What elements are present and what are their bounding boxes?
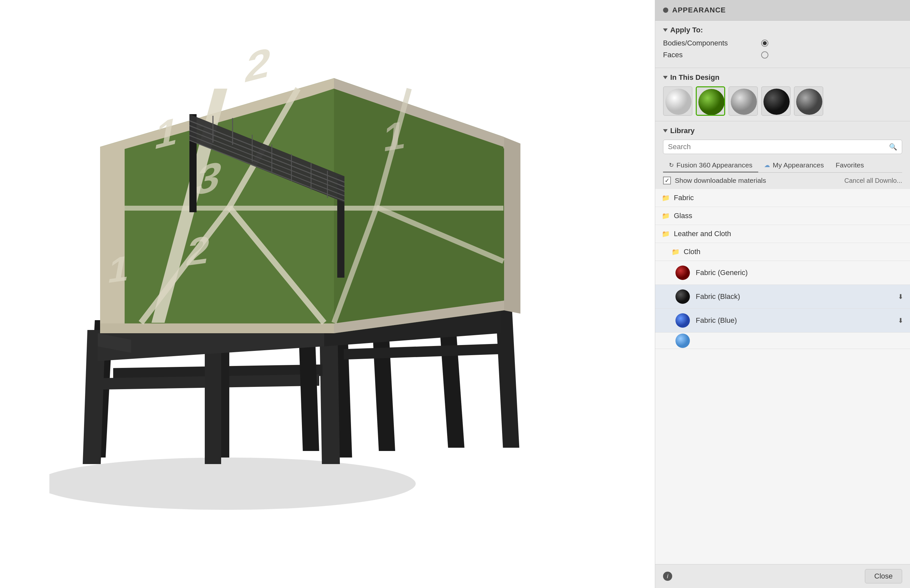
folder-leather-cloth-icon: 📁 <box>662 230 670 238</box>
material-thumb-3[interactable] <box>729 86 758 116</box>
tab-favorites[interactable]: Favorites <box>830 158 870 172</box>
library-label: Library <box>670 126 695 135</box>
tab-myappearances-label: My Appearances <box>773 161 824 169</box>
material-thumb-1[interactable] <box>663 86 692 116</box>
cloud-icon: ☁ <box>764 162 770 169</box>
search-icon: 🔍 <box>889 143 897 151</box>
folder-leather-cloth-label: Leather and Cloth <box>674 229 731 238</box>
material-fabric-light-blue[interactable] <box>655 333 910 349</box>
right-panel: APPEARANCE Apply To: Bodies/Components F… <box>655 0 910 588</box>
tab-myappearances[interactable]: ☁ My Appearances <box>758 158 829 172</box>
svg-point-59 <box>763 89 790 115</box>
panel-header: APPEARANCE <box>655 0 910 21</box>
material-fabric-light-blue-sphere <box>675 333 690 349</box>
panel-footer: i Close <box>655 564 910 588</box>
material-fabric-blue-label: Fabric (Blue) <box>696 316 737 325</box>
apply-to-bodies-row: Bodies/Components <box>663 39 902 47</box>
in-this-design-header: In This Design <box>663 73 902 82</box>
search-bar: 🔍 <box>663 140 902 154</box>
apply-to-section: Apply To: Bodies/Components Faces <box>655 21 910 68</box>
info-icon[interactable]: i <box>663 572 672 581</box>
in-this-design-collapse-icon[interactable] <box>663 76 668 79</box>
svg-marker-22 <box>504 137 520 313</box>
table-3d-view: 1 2 1 1 2 3 <box>49 32 606 556</box>
material-fabric-blue-sphere <box>675 313 690 328</box>
material-fabric-blue-download-icon[interactable]: ⬇ <box>898 317 904 325</box>
search-input[interactable] <box>668 142 889 151</box>
svg-marker-28 <box>124 206 503 211</box>
subfolder-cloth-label: Cloth <box>684 247 700 256</box>
material-list: 📁 Fabric 📁 Glass 📁 Leather and Cloth 📁 C… <box>655 189 910 564</box>
svg-point-63 <box>676 313 690 328</box>
apply-to-label: Apply To: <box>670 26 703 34</box>
library-header: Library <box>663 126 902 135</box>
material-fabric-black-sphere <box>675 289 690 304</box>
tab-fusion360-label: Fusion 360 Appearances <box>676 161 752 169</box>
svg-rect-13 <box>344 344 501 360</box>
material-thumb-2[interactable] <box>696 86 725 116</box>
material-fabric-generic-label: Fabric (Generic) <box>696 268 748 277</box>
svg-marker-19 <box>100 147 124 331</box>
svg-point-60 <box>796 89 822 115</box>
material-fabric-generic[interactable]: Fabric (Generic) <box>655 261 910 285</box>
library-controls: Library 🔍 ↻ Fusion 360 Appearances ☁ My … <box>655 121 910 189</box>
svg-text:2: 2 <box>242 38 275 92</box>
library-collapse-icon[interactable] <box>663 129 668 132</box>
bodies-radio[interactable] <box>761 40 768 47</box>
subfolder-cloth-icon: 📁 <box>672 248 680 256</box>
svg-point-61 <box>676 265 690 280</box>
material-thumb-5[interactable] <box>794 86 823 116</box>
svg-point-56 <box>665 89 692 115</box>
material-fabric-black-label: Fabric (Black) <box>696 292 740 301</box>
svg-point-58 <box>731 89 757 115</box>
folder-glass-label: Glass <box>674 212 692 220</box>
panel-title: APPEARANCE <box>672 6 726 15</box>
in-this-design-label: In This Design <box>670 73 719 82</box>
show-downloadable-checkbox[interactable] <box>663 177 671 184</box>
cancel-download-link[interactable]: Cancel all Downlo... <box>844 177 902 184</box>
tab-fusion360[interactable]: ↻ Fusion 360 Appearances <box>663 158 758 172</box>
faces-radio[interactable] <box>761 51 768 58</box>
folder-glass[interactable]: 📁 Glass <box>655 207 910 225</box>
material-fabric-black-download-icon[interactable]: ⬇ <box>898 293 904 300</box>
show-downloadable-row: Show downloadable materials Cancel all D… <box>663 177 902 184</box>
apply-to-header: Apply To: <box>663 26 902 34</box>
header-dot <box>663 8 668 13</box>
material-thumbnails <box>663 86 902 116</box>
subfolder-cloth[interactable]: 📁 Cloth <box>655 243 910 261</box>
faces-label: Faces <box>663 51 755 59</box>
tab-favorites-label: Favorites <box>836 161 864 169</box>
material-fabric-generic-sphere <box>675 265 690 281</box>
folder-glass-icon: 📁 <box>662 212 670 220</box>
library-tabs: ↻ Fusion 360 Appearances ☁ My Appearance… <box>663 158 902 173</box>
folder-fabric[interactable]: 📁 Fabric <box>655 189 910 207</box>
refresh-icon: ↻ <box>669 162 674 169</box>
svg-point-64 <box>676 334 690 348</box>
svg-point-62 <box>676 289 690 304</box>
svg-point-57 <box>698 89 724 115</box>
svg-point-0 <box>49 457 416 510</box>
library-section: Library 🔍 ↻ Fusion 360 Appearances ☁ My … <box>655 121 910 564</box>
svg-rect-4 <box>320 327 340 464</box>
material-fabric-blue[interactable]: Fabric (Blue) ⬇ <box>655 309 910 333</box>
folder-fabric-icon: 📁 <box>662 194 670 202</box>
canvas-area: 1 2 1 1 2 3 <box>0 0 655 588</box>
in-this-design-section: In This Design <box>655 68 910 121</box>
bodies-label: Bodies/Components <box>663 39 755 47</box>
close-button[interactable]: Close <box>865 569 902 583</box>
show-downloadable-label: Show downloadable materials <box>675 177 766 184</box>
material-fabric-black[interactable]: Fabric (Black) ⬇ <box>655 285 910 309</box>
collapse-icon[interactable] <box>663 29 668 32</box>
svg-marker-23 <box>100 323 334 333</box>
folder-leather-cloth[interactable]: 📁 Leather and Cloth <box>655 225 910 243</box>
material-thumb-4[interactable] <box>761 86 790 116</box>
folder-fabric-label: Fabric <box>674 194 694 202</box>
apply-to-faces-row: Faces <box>663 51 902 59</box>
